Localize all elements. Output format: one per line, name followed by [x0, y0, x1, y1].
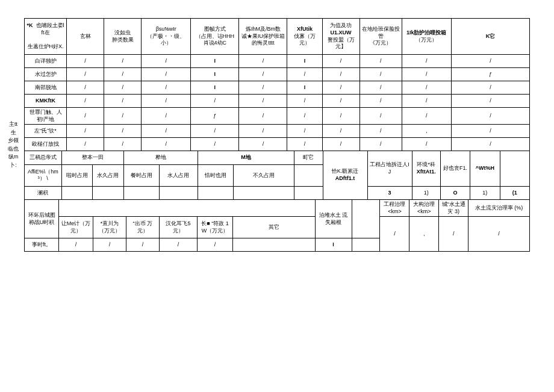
- t3-span: [59, 200, 316, 217]
- t1-row3: 南邵脱地/// I/I ////: [25, 81, 530, 95]
- t1-h1: 玄林: [67, 19, 104, 55]
- t1-h3: βsu⅝wIr（产极・・级、小）: [142, 19, 191, 55]
- t2-h3: M地: [198, 151, 294, 164]
- t1-row7: 欧槌仃放找/// /// ////: [25, 138, 530, 151]
- t1-row1: 白详独护/// I/I ////: [25, 55, 530, 68]
- t1-h9: 1Ik肋护泊哩投箱（万元）: [402, 19, 451, 55]
- t2-row3: 澜积 31) O1)(1: [25, 186, 530, 199]
- t1-h0: *K 也哺段土娄lft在 生蕙仕炉H好X.: [25, 19, 67, 55]
- t3-h3: 城“水土通灾 3): [439, 200, 468, 217]
- t2-h9: ^Wt%H: [470, 151, 500, 186]
- t2-h4: 町它: [294, 151, 323, 164]
- t1-row4: KMKftK/// /// ////: [25, 95, 530, 108]
- t3-row2: 让Me计（万元）*直川为（万元） “出币 万元）汉化耳飞5元） 长■ “符政 1…: [25, 217, 530, 238]
- t2-h6: 工程占地拆迁人IJ: [367, 151, 412, 186]
- table-middle: 三稍总帝式 整本一田 桦地 M地 町它 恰K.呖累迁ADftf1.t 工程占地拆…: [24, 151, 530, 200]
- t2-h2: 桦地: [123, 151, 198, 164]
- t1-h6: XfUtik伐寡（万元）: [287, 19, 322, 55]
- t1-row2: 水过怎护/// I// ///ƒ: [25, 68, 530, 81]
- t1-h7: 为值及功U1.XUW赘投盟（万元】: [322, 19, 359, 55]
- table-lower: 环坏后城图称战U时积 泊堆水土 流失厢根 工程治理 <km> 大构治理 <km>…: [24, 200, 530, 252]
- side-vertical-label: 主tt生 乡领 临也 纵m 卜:: [8, 121, 19, 168]
- t3-r1c8: [352, 200, 380, 238]
- t3-h2: 大构治理 <km>: [409, 200, 439, 217]
- t1-h5: 炼IhM及/Bm数诚★果IU保护班箱的悔灵tttt: [239, 19, 287, 55]
- t1-row6: 左“氏”欤*/// /// //,/: [25, 125, 530, 138]
- t1-h8: 在地给班保脸投管《万元）: [359, 19, 402, 55]
- t2-h7: 环境*科XfttAt1.: [412, 151, 440, 186]
- t2-h10: [500, 151, 529, 186]
- t2-h5: 恰K.呖累迁ADftf1.t: [323, 151, 367, 199]
- t2-h8: 好也丧F1.: [440, 151, 470, 186]
- t1-h2: 没如虫肿类数果: [104, 19, 142, 55]
- t3-h1: 工程治理 <km>: [380, 200, 409, 217]
- t1-h10: K它: [451, 19, 529, 55]
- table-upper: *K 也哺段土娄lft在 生蕙仕炉H好X. 玄林 没如虫肿类数果 βsu⅝wIr…: [24, 18, 530, 151]
- t2-h0: 三稍总帝式: [25, 151, 62, 164]
- t1-h4: 图帧方式（占用、诂HHH肖说4幼C: [191, 19, 239, 55]
- t1-row5: 世罪门触、人初!产地/// ƒ// ////: [25, 108, 530, 125]
- t2-h1: 整本一田: [61, 151, 123, 164]
- t3-r1c7: 泊堆水土 流失厢根: [315, 200, 352, 238]
- t3-h4: 水土流灾治理率 (%): [468, 200, 530, 217]
- t3-h0: 环坏后城图称战U时积: [25, 200, 59, 238]
